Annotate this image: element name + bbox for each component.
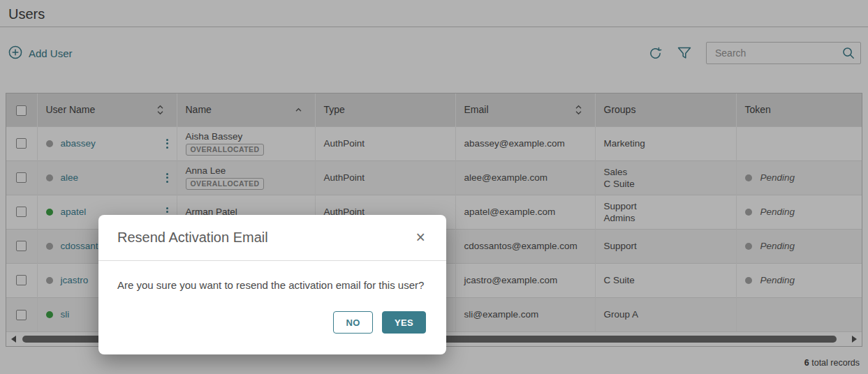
dialog-title: Resend Activation Email bbox=[117, 230, 268, 246]
dialog-header: Resend Activation Email × bbox=[98, 215, 446, 261]
users-page: Users Add User bbox=[0, 0, 868, 374]
dialog-actions: NO YES bbox=[333, 311, 426, 334]
dialog-message: Are you sure you want to resend the acti… bbox=[98, 261, 446, 291]
x-close-icon[interactable]: × bbox=[412, 228, 429, 247]
resend-activation-dialog: Resend Activation Email × Are you sure y… bbox=[98, 215, 446, 354]
no-button[interactable]: NO bbox=[333, 311, 373, 334]
yes-button[interactable]: YES bbox=[382, 311, 426, 334]
